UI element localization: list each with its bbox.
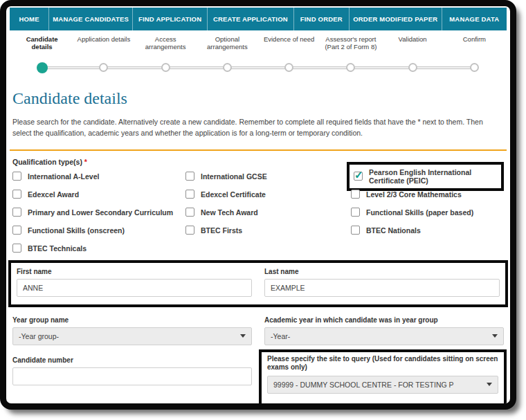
- site-query-select[interactable]: 99999 - DUMMY SCHOOL CENTRE - FOR TESTIN…: [267, 376, 498, 394]
- first-name-group: First name: [17, 263, 252, 297]
- checkbox-edexcel-certificate[interactable]: Edexcel Certificate: [185, 190, 351, 199]
- step-candidate-details[interactable]: Candidate details: [11, 35, 73, 51]
- first-name-label: First name: [17, 268, 252, 275]
- checkbox-icon[interactable]: [185, 190, 194, 199]
- step-dot[interactable]: [408, 63, 417, 72]
- checkbox-label: Pearson English International Certificat…: [369, 168, 497, 185]
- step-dot-active[interactable]: [37, 62, 48, 73]
- year-group-value: -Year group-: [19, 332, 59, 340]
- checkbox-new-tech-award[interactable]: New Tech Award: [185, 208, 351, 217]
- checkbox-label: Level 2/3 Core Mathematics: [366, 190, 462, 199]
- year-group-select[interactable]: -Year group-: [12, 327, 252, 345]
- step-confirm[interactable]: Confirm: [444, 35, 505, 51]
- step-assessors-report[interactable]: Assessor's report (Part 2 of Form 8): [320, 35, 381, 51]
- checkbox-icon[interactable]: [351, 190, 360, 199]
- nav-find-application[interactable]: FIND APPLICATION: [133, 8, 208, 30]
- checkbox-label: BTEC Technicals: [28, 244, 87, 253]
- site-query-value: 99999 - DUMMY SCHOOL CENTRE - FOR TESTIN…: [273, 381, 454, 389]
- last-name-input[interactable]: [264, 279, 500, 297]
- checkbox-icon[interactable]: [185, 208, 194, 217]
- top-nav: HOME MANAGE CANDIDATES FIND APPLICATION …: [10, 8, 507, 30]
- app-window: HOME MANAGE CANDIDATES FIND APPLICATION …: [0, 0, 516, 410]
- highlight-box-names: First name Last name: [8, 260, 508, 307]
- qualification-section: Qualification type(s) * International A-…: [12, 158, 504, 257]
- checkbox-icon[interactable]: [185, 172, 194, 181]
- year-group-group: Year group name -Year group-: [12, 311, 252, 345]
- chevron-down-icon: [240, 334, 246, 338]
- checkbox-label: BTEC Nationals: [366, 226, 421, 235]
- candidate-search-form: First name Last name Year group name -Ye…: [12, 260, 504, 406]
- step-access-arrangements[interactable]: Access arrangements: [135, 35, 197, 51]
- candidate-number-group: Candidate number: [12, 345, 252, 406]
- checkbox-label: International GCSE: [201, 172, 267, 181]
- candidate-number-input[interactable]: [12, 367, 252, 385]
- checkbox-icon[interactable]: [185, 226, 194, 235]
- checkbox-functional-skills-onscreen[interactable]: Functional Skills (onscreen): [12, 226, 185, 235]
- required-asterisk: *: [84, 158, 87, 166]
- highlight-box-peic: Pearson English International Certificat…: [347, 162, 504, 191]
- checkbox-label: Edexcel Award: [28, 190, 79, 199]
- checkbox-label: International A-Level: [28, 172, 99, 181]
- nav-manage-candidates[interactable]: MANAGE CANDIDATES: [49, 8, 133, 30]
- candidate-number-label: Candidate number: [12, 356, 252, 364]
- first-name-input[interactable]: [17, 279, 252, 297]
- wizard-stepper: Candidate details Application details Ac…: [11, 35, 505, 80]
- checkbox-icon[interactable]: [12, 244, 21, 253]
- step-dot[interactable]: [470, 63, 479, 72]
- checkbox-icon[interactable]: [351, 208, 360, 217]
- checkbox-icon[interactable]: [12, 172, 21, 181]
- chevron-down-icon: [492, 334, 498, 338]
- nav-home[interactable]: HOME: [10, 8, 49, 30]
- step-dot[interactable]: [346, 63, 355, 72]
- nav-create-application[interactable]: CREATE APPLICATION: [208, 8, 294, 30]
- academic-year-select[interactable]: -Year-: [264, 327, 504, 345]
- chevron-down-icon: [487, 383, 492, 386]
- last-name-label: Last name: [264, 268, 500, 275]
- step-dot[interactable]: [161, 63, 170, 72]
- academic-year-group: Academic year in which candidate was in …: [264, 311, 504, 345]
- checkbox-international-a-level[interactable]: International A-Level: [12, 172, 185, 181]
- intro-text: Please search for the candidate. Alterna…: [12, 116, 504, 139]
- checkbox-label: BTEC Firsts: [201, 226, 242, 235]
- checkbox-btec-technicals[interactable]: BTEC Technicals: [12, 244, 185, 253]
- step-validation[interactable]: Validation: [382, 35, 444, 51]
- qualification-label-text: Qualification type(s): [12, 158, 82, 166]
- step-dot[interactable]: [99, 63, 108, 72]
- step-dot[interactable]: [223, 63, 232, 72]
- nav-find-order[interactable]: FIND ORDER: [294, 8, 350, 30]
- step-optional-arrangements[interactable]: Optional arrangements: [197, 35, 258, 51]
- checkbox-core-mathematics[interactable]: Level 2/3 Core Mathematics: [351, 190, 504, 199]
- nav-manage-data[interactable]: MANAGE DATA: [442, 8, 507, 30]
- section-divider: [10, 149, 507, 151]
- nav-order-modified-paper[interactable]: ORDER MODIFIED PAPER: [350, 8, 442, 30]
- checkbox-label: Primary and Lower Secondary Curriculum: [28, 208, 173, 217]
- step-dot[interactable]: [284, 63, 293, 72]
- checkbox-label: Edexcel Certificate: [201, 190, 266, 199]
- checkbox-label: Functional Skills (paper based): [366, 208, 473, 217]
- checkbox-label: Functional Skills (onscreen): [28, 226, 125, 235]
- page-title: Candidate details: [12, 89, 504, 108]
- academic-year-value: -Year-: [271, 332, 290, 340]
- step-evidence-of-need[interactable]: Evidence of need: [258, 35, 320, 51]
- step-application-details[interactable]: Application details: [73, 35, 134, 51]
- checkbox-label: New Tech Award: [201, 208, 258, 217]
- last-name-group: Last name: [264, 263, 500, 297]
- checkbox-international-gcse[interactable]: International GCSE: [185, 172, 351, 181]
- checkbox-btec-firsts[interactable]: BTEC Firsts: [185, 226, 351, 235]
- checkbox-btec-nationals[interactable]: BTEC Nationals: [351, 226, 504, 235]
- year-group-label: Year group name: [12, 316, 252, 324]
- checkbox-checked-icon[interactable]: [354, 172, 363, 181]
- checkbox-icon[interactable]: [12, 208, 21, 217]
- checkbox-icon[interactable]: [12, 190, 21, 199]
- academic-year-label: Academic year in which candidate was in …: [264, 316, 504, 324]
- site-query-label: Please specify the site to query (Used f…: [267, 355, 498, 372]
- checkbox-functional-skills-paper[interactable]: Functional Skills (paper based): [351, 208, 504, 217]
- checkbox-peic[interactable]: Pearson English International Certificat…: [354, 168, 497, 185]
- checkbox-icon[interactable]: [12, 226, 21, 235]
- checkbox-edexcel-award[interactable]: Edexcel Award: [12, 190, 185, 199]
- checkbox-primary-lower-secondary[interactable]: Primary and Lower Secondary Curriculum: [12, 208, 185, 217]
- highlight-box-site-query: Please specify the site to query (Used f…: [259, 349, 507, 406]
- checkbox-icon[interactable]: [351, 226, 360, 235]
